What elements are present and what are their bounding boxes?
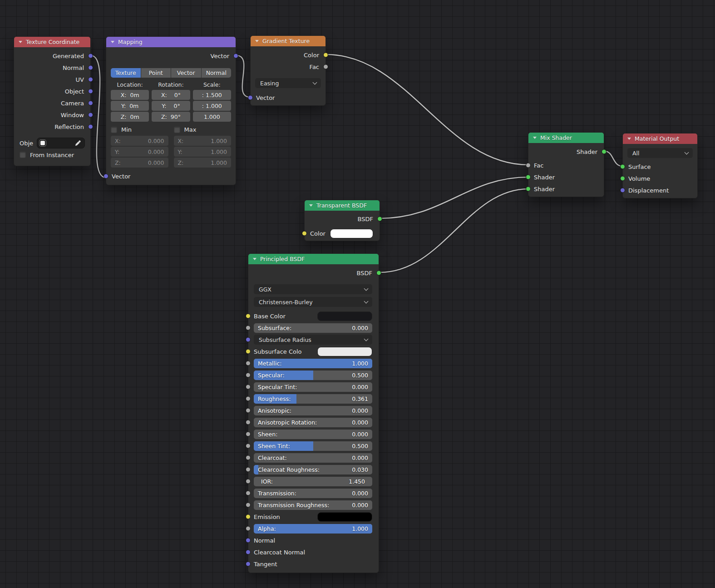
node-header-transparent-bsdf[interactable]: Transparent BSDF — [305, 200, 380, 211]
transparent-color-swatch[interactable] — [330, 229, 373, 238]
clearcoat-roughness-slider[interactable]: Clearcoat Roughness: 0.030 — [254, 465, 372, 474]
object-picker-field[interactable] — [37, 138, 85, 148]
collapse-triangle-icon[interactable] — [19, 41, 22, 43]
input-socket-metallic[interactable] — [246, 361, 251, 366]
base-color-swatch[interactable] — [317, 311, 372, 321]
output-socket-camera[interactable] — [88, 101, 93, 106]
ior-field[interactable]: IOR: 1.450 — [254, 477, 372, 486]
node-header-material-output[interactable]: Material Output — [623, 133, 697, 144]
node-graph-canvas[interactable]: { "editor": { "type": "blender-shader-no… — [0, 0, 715, 588]
input-socket-alpha[interactable] — [246, 526, 251, 531]
node-transparent-bsdf[interactable]: Transparent BSDF BSDF Color — [304, 200, 380, 241]
alpha-slider[interactable]: Alpha: 1.000 — [254, 524, 372, 534]
input-socket-sheen[interactable] — [246, 432, 251, 437]
input-socket-specular-tint[interactable] — [246, 385, 251, 390]
subsurface-slider[interactable]: Subsurface: 0.000 — [254, 323, 372, 333]
location-y-field[interactable]: Y: 0m — [111, 101, 149, 111]
input-socket-anisotropic-rotation[interactable] — [246, 420, 251, 425]
input-socket-subsurface-radius[interactable] — [246, 337, 251, 342]
output-target-dropdown[interactable]: All — [627, 148, 693, 158]
tab-vector[interactable]: Vector — [171, 68, 201, 78]
node-gradient-texture[interactable]: Gradient Texture Color Fac Easing Vector — [250, 35, 326, 106]
transmission-roughness-slider[interactable]: Transmission Roughness: 0.000 — [254, 500, 372, 510]
sheen-slider[interactable]: Sheen: 0.000 — [254, 430, 372, 439]
input-socket-volume[interactable] — [620, 176, 625, 181]
node-mix-shader[interactable]: Mix Shader Shader Fac Shader Shader — [528, 132, 604, 197]
node-material-output[interactable]: Material Output All Surface Volume Displ… — [622, 133, 698, 198]
subsurface-radius-dropdown[interactable]: Subsurface Radius — [254, 335, 372, 345]
input-socket-roughness[interactable] — [246, 396, 251, 401]
node-header-mapping[interactable]: Mapping — [106, 37, 236, 47]
output-socket-generated[interactable] — [88, 54, 93, 59]
input-socket-emission[interactable] — [246, 514, 251, 519]
transmission-slider[interactable]: Transmission: 0.000 — [254, 489, 372, 498]
input-socket-ior[interactable] — [246, 479, 251, 484]
subsurface-color-swatch[interactable] — [317, 347, 372, 356]
output-socket-normal[interactable] — [88, 65, 93, 70]
input-socket-shader-1[interactable] — [526, 175, 531, 180]
eyedropper-icon[interactable] — [74, 140, 81, 147]
node-header-principled-bsdf[interactable]: Principled BSDF — [248, 254, 379, 264]
input-socket-clearcoat[interactable] — [246, 455, 251, 460]
node-header-gradient-texture[interactable]: Gradient Texture — [251, 36, 325, 46]
input-socket-base-color[interactable] — [246, 314, 251, 319]
input-socket-tangent[interactable] — [246, 562, 251, 567]
roughness-slider[interactable]: Roughness: 0.361 — [254, 394, 372, 404]
location-z-field[interactable]: Z: 0m — [111, 112, 149, 122]
rotation-z-field[interactable]: Z: 90° — [152, 112, 190, 122]
anisotropic-rotation-slider[interactable]: Anisotropic Rotation: 0.000 — [254, 418, 372, 427]
output-socket-window[interactable] — [88, 113, 93, 118]
node-header-mix-shader[interactable]: Mix Shader — [528, 133, 604, 143]
output-socket-fac[interactable] — [323, 64, 328, 69]
node-principled-bsdf[interactable]: Principled BSDF BSDF GGX Christensen-Bur… — [248, 253, 379, 573]
min-checkbox[interactable] — [111, 127, 117, 133]
node-header-texture-coordinate[interactable]: Texture Coordinate — [14, 37, 90, 47]
collapse-triangle-icon[interactable] — [627, 138, 631, 140]
input-socket-specular[interactable] — [246, 373, 251, 378]
metallic-slider[interactable]: Metallic: 1.000 — [254, 359, 372, 368]
node-mapping[interactable]: Mapping Vector Texture Point Vector Norm… — [106, 36, 236, 185]
input-socket-vector[interactable] — [248, 95, 253, 100]
gradient-type-dropdown[interactable]: Easing — [255, 78, 321, 88]
output-socket-bsdf[interactable] — [377, 217, 382, 222]
collapse-triangle-icon[interactable] — [111, 41, 114, 43]
input-socket-color[interactable] — [302, 231, 307, 236]
collapse-triangle-icon[interactable] — [253, 258, 256, 260]
output-socket-uv[interactable] — [88, 77, 93, 82]
output-socket-bsdf[interactable] — [376, 271, 381, 276]
subsurface-method-dropdown[interactable]: Christensen-Burley — [254, 297, 372, 307]
tab-texture[interactable]: Texture — [111, 68, 141, 78]
collapse-triangle-icon[interactable] — [309, 204, 313, 207]
input-socket-subsurface[interactable] — [246, 326, 251, 331]
input-socket-fac[interactable] — [526, 163, 531, 168]
input-socket-clearcoat-normal[interactable] — [246, 550, 251, 555]
collapse-triangle-icon[interactable] — [255, 40, 259, 42]
clearcoat-slider[interactable]: Clearcoat: 0.000 — [254, 453, 372, 463]
output-socket-shader[interactable] — [602, 149, 607, 154]
input-socket-surface[interactable] — [620, 164, 625, 169]
node-texture-coordinate[interactable]: Texture Coordinate Generated Normal UV O… — [14, 36, 91, 166]
input-socket-vector[interactable] — [104, 174, 108, 179]
input-socket-anisotropic[interactable] — [246, 408, 251, 413]
input-socket-clearcoat-roughness[interactable] — [246, 467, 251, 472]
output-socket-reflection[interactable] — [88, 124, 93, 129]
specular-slider[interactable]: Specular: 0.500 — [254, 371, 372, 380]
scale-z-field[interactable]: 1.000 — [193, 112, 231, 122]
tab-point[interactable]: Point — [141, 68, 171, 78]
scale-y-field[interactable]: : 1.000 — [193, 101, 231, 111]
rotation-y-field[interactable]: Y: 0° — [152, 101, 190, 111]
input-socket-displacement[interactable] — [620, 188, 625, 193]
input-socket-shader-2[interactable] — [526, 187, 531, 192]
from-instancer-checkbox[interactable] — [20, 152, 26, 158]
output-socket-vector[interactable] — [233, 54, 238, 59]
specular-tint-slider[interactable]: Specular Tint: 0.000 — [254, 382, 372, 392]
distribution-dropdown[interactable]: GGX — [254, 284, 372, 294]
sheen-tint-slider[interactable]: Sheen Tint: 0.500 — [254, 441, 372, 451]
location-x-field[interactable]: X: 0m — [111, 90, 149, 100]
output-socket-color[interactable] — [323, 53, 328, 58]
input-socket-transmission-roughness[interactable] — [246, 503, 251, 508]
max-checkbox[interactable] — [174, 127, 180, 133]
input-socket-sheen-tint[interactable] — [246, 444, 251, 449]
input-socket-normal[interactable] — [246, 538, 251, 543]
input-socket-subsurface-color[interactable] — [246, 349, 251, 354]
